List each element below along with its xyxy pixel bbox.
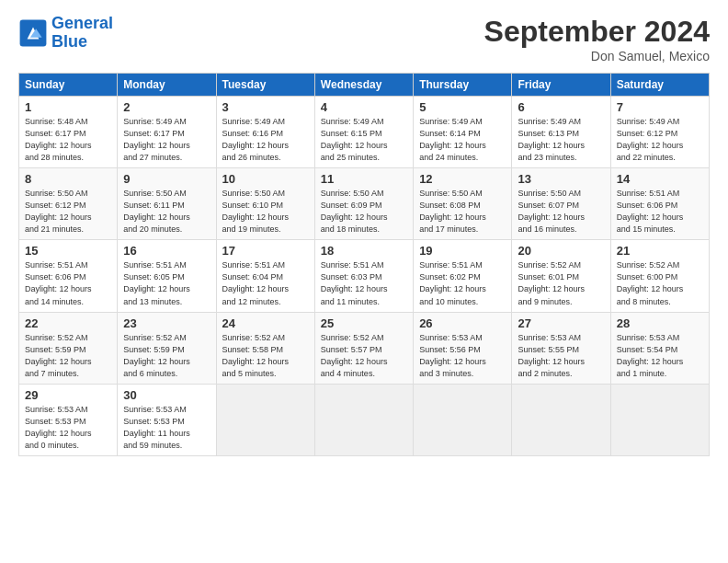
day-info: Sunrise: 5:49 AMSunset: 6:16 PMDaylight:…: [222, 116, 309, 164]
cell-w3-mon: 16Sunrise: 5:51 AMSunset: 6:05 PMDayligh…: [118, 240, 216, 312]
day-info: Sunrise: 5:52 AMSunset: 6:01 PMDaylight:…: [518, 259, 604, 307]
day-info: Sunrise: 5:49 AMSunset: 6:15 PMDaylight:…: [321, 116, 407, 164]
col-monday: Monday: [118, 74, 216, 97]
day-info: Sunrise: 5:51 AMSunset: 6:04 PMDaylight:…: [222, 259, 309, 307]
cell-w2-mon: 9Sunrise: 5:50 AMSunset: 6:11 PMDaylight…: [118, 168, 216, 240]
day-number: 30: [123, 388, 210, 402]
cell-w3-tue: 17Sunrise: 5:51 AMSunset: 6:04 PMDayligh…: [216, 240, 314, 312]
day-number: 25: [321, 316, 407, 330]
day-number: 13: [518, 172, 604, 186]
day-info: Sunrise: 5:53 AMSunset: 5:54 PMDaylight:…: [617, 332, 703, 380]
col-friday: Friday: [512, 74, 610, 97]
empty-cell: [414, 384, 512, 455]
day-info: Sunrise: 5:53 AMSunset: 5:53 PMDaylight:…: [25, 404, 111, 452]
day-info: Sunrise: 5:50 AMSunset: 6:12 PMDaylight:…: [25, 188, 111, 236]
logo-line2: Blue: [51, 32, 87, 51]
day-number: 16: [123, 244, 210, 258]
day-info: Sunrise: 5:50 AMSunset: 6:07 PMDaylight:…: [518, 188, 604, 236]
cell-w1-sun: 1Sunrise: 5:48 AMSunset: 6:17 PMDaylight…: [19, 97, 118, 168]
cell-w2-sun: 8Sunrise: 5:50 AMSunset: 6:12 PMDaylight…: [19, 168, 118, 240]
day-info: Sunrise: 5:51 AMSunset: 6:02 PMDaylight:…: [419, 259, 506, 307]
calendar-table: Sunday Monday Tuesday Wednesday Thursday…: [18, 73, 710, 456]
logo-line1: General: [51, 14, 113, 32]
day-info: Sunrise: 5:50 AMSunset: 6:09 PMDaylight:…: [321, 188, 407, 236]
col-tuesday: Tuesday: [216, 74, 314, 97]
cell-w2-wed: 11Sunrise: 5:50 AMSunset: 6:09 PMDayligh…: [314, 168, 413, 240]
cell-w2-thu: 12Sunrise: 5:50 AMSunset: 6:08 PMDayligh…: [414, 168, 512, 240]
day-info: Sunrise: 5:51 AMSunset: 6:06 PMDaylight:…: [25, 259, 111, 307]
location: Don Samuel, Mexico: [484, 49, 710, 63]
week-row-w2: 8Sunrise: 5:50 AMSunset: 6:12 PMDaylight…: [19, 168, 710, 240]
day-info: Sunrise: 5:51 AMSunset: 6:06 PMDaylight:…: [617, 188, 703, 236]
week-row-w1: 1Sunrise: 5:48 AMSunset: 6:17 PMDaylight…: [19, 97, 710, 168]
cell-w1-thu: 5Sunrise: 5:49 AMSunset: 6:14 PMDaylight…: [414, 97, 512, 168]
day-number: 14: [617, 172, 703, 186]
day-info: Sunrise: 5:50 AMSunset: 6:08 PMDaylight:…: [419, 188, 506, 236]
day-info: Sunrise: 5:49 AMSunset: 6:14 PMDaylight:…: [419, 116, 506, 164]
cell-w3-wed: 18Sunrise: 5:51 AMSunset: 6:03 PMDayligh…: [314, 240, 413, 312]
day-info: Sunrise: 5:52 AMSunset: 5:57 PMDaylight:…: [321, 332, 407, 380]
day-info: Sunrise: 5:53 AMSunset: 5:56 PMDaylight:…: [419, 332, 506, 380]
cell-w3-fri: 20Sunrise: 5:52 AMSunset: 6:01 PMDayligh…: [512, 240, 610, 312]
cell-w4-mon: 23Sunrise: 5:52 AMSunset: 5:59 PMDayligh…: [118, 312, 216, 384]
cell-w1-fri: 6Sunrise: 5:49 AMSunset: 6:13 PMDaylight…: [512, 97, 610, 168]
day-info: Sunrise: 5:49 AMSunset: 6:12 PMDaylight:…: [617, 116, 703, 164]
day-info: Sunrise: 5:53 AMSunset: 5:55 PMDaylight:…: [518, 332, 604, 380]
day-info: Sunrise: 5:48 AMSunset: 6:17 PMDaylight:…: [25, 116, 111, 164]
day-number: 15: [25, 244, 111, 258]
day-info: Sunrise: 5:50 AMSunset: 6:11 PMDaylight:…: [123, 188, 210, 236]
day-number: 18: [321, 244, 407, 258]
day-info: Sunrise: 5:52 AMSunset: 5:59 PMDaylight:…: [123, 332, 210, 380]
col-wednesday: Wednesday: [314, 74, 413, 97]
day-info: Sunrise: 5:52 AMSunset: 5:59 PMDaylight:…: [25, 332, 111, 380]
day-number: 17: [222, 244, 309, 258]
cell-w1-sat: 7Sunrise: 5:49 AMSunset: 6:12 PMDaylight…: [610, 97, 709, 168]
header-row: Sunday Monday Tuesday Wednesday Thursday…: [19, 74, 710, 97]
cell-w4-thu: 26Sunrise: 5:53 AMSunset: 5:56 PMDayligh…: [414, 312, 512, 384]
day-info: Sunrise: 5:53 AMSunset: 5:53 PMDaylight:…: [123, 404, 210, 452]
day-number: 9: [123, 172, 210, 186]
col-sunday: Sunday: [19, 74, 118, 97]
col-saturday: Saturday: [610, 74, 709, 97]
cell-w3-thu: 19Sunrise: 5:51 AMSunset: 6:02 PMDayligh…: [414, 240, 512, 312]
cell-w2-fri: 13Sunrise: 5:50 AMSunset: 6:07 PMDayligh…: [512, 168, 610, 240]
day-number: 8: [25, 172, 111, 186]
cell-w1-mon: 2Sunrise: 5:49 AMSunset: 6:17 PMDaylight…: [118, 97, 216, 168]
cell-w2-tue: 10Sunrise: 5:50 AMSunset: 6:10 PMDayligh…: [216, 168, 314, 240]
cell-w4-wed: 25Sunrise: 5:52 AMSunset: 5:57 PMDayligh…: [314, 312, 413, 384]
day-number: 11: [321, 172, 407, 186]
day-number: 1: [25, 100, 111, 114]
cell-w4-sun: 22Sunrise: 5:52 AMSunset: 5:59 PMDayligh…: [19, 312, 118, 384]
cell-w1-tue: 3Sunrise: 5:49 AMSunset: 6:16 PMDaylight…: [216, 97, 314, 168]
empty-cell: [512, 384, 610, 455]
logo: General Blue: [18, 15, 113, 52]
col-thursday: Thursday: [414, 74, 512, 97]
day-number: 22: [25, 316, 111, 330]
logo-text: General Blue: [51, 15, 113, 52]
day-number: 5: [419, 100, 506, 114]
cell-w5-mon: 30Sunrise: 5:53 AMSunset: 5:53 PMDayligh…: [118, 384, 216, 455]
cell-w4-tue: 24Sunrise: 5:52 AMSunset: 5:58 PMDayligh…: [216, 312, 314, 384]
month-title: September 2024: [484, 15, 710, 49]
day-info: Sunrise: 5:52 AMSunset: 5:58 PMDaylight:…: [222, 332, 309, 380]
title-section: September 2024 Don Samuel, Mexico: [484, 15, 710, 63]
day-info: Sunrise: 5:52 AMSunset: 6:00 PMDaylight:…: [617, 259, 703, 307]
day-number: 3: [222, 100, 309, 114]
day-number: 27: [518, 316, 604, 330]
day-number: 19: [419, 244, 506, 258]
cell-w3-sun: 15Sunrise: 5:51 AMSunset: 6:06 PMDayligh…: [19, 240, 118, 312]
day-number: 23: [123, 316, 210, 330]
day-number: 20: [518, 244, 604, 258]
day-info: Sunrise: 5:51 AMSunset: 6:05 PMDaylight:…: [123, 259, 210, 307]
day-number: 4: [321, 100, 407, 114]
cell-w5-sun: 29Sunrise: 5:53 AMSunset: 5:53 PMDayligh…: [19, 384, 118, 455]
header: General Blue September 2024 Don Samuel, …: [18, 15, 710, 63]
day-number: 12: [419, 172, 506, 186]
cell-w4-sat: 28Sunrise: 5:53 AMSunset: 5:54 PMDayligh…: [610, 312, 709, 384]
day-number: 21: [617, 244, 703, 258]
logo-icon: [18, 18, 48, 48]
day-info: Sunrise: 5:49 AMSunset: 6:13 PMDaylight:…: [518, 116, 604, 164]
day-number: 7: [617, 100, 703, 114]
day-number: 10: [222, 172, 309, 186]
week-row-w5: 29Sunrise: 5:53 AMSunset: 5:53 PMDayligh…: [19, 384, 710, 455]
